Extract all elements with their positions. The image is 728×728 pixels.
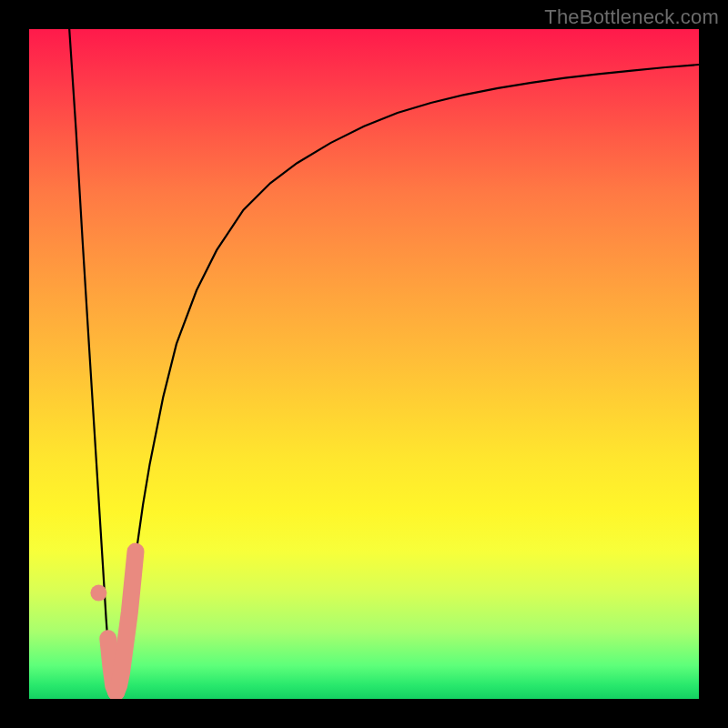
salmon-stroke	[116, 551, 136, 693]
salmon-dot	[90, 585, 106, 602]
bottleneck-curve	[69, 29, 699, 699]
curve-line	[69, 29, 699, 699]
plot-area	[29, 29, 699, 699]
chart-frame: TheBottleneck.com	[0, 0, 728, 728]
salmon-marks-group	[90, 551, 136, 693]
chart-svg	[29, 29, 699, 699]
watermark-text: TheBottleneck.com	[544, 5, 719, 29]
